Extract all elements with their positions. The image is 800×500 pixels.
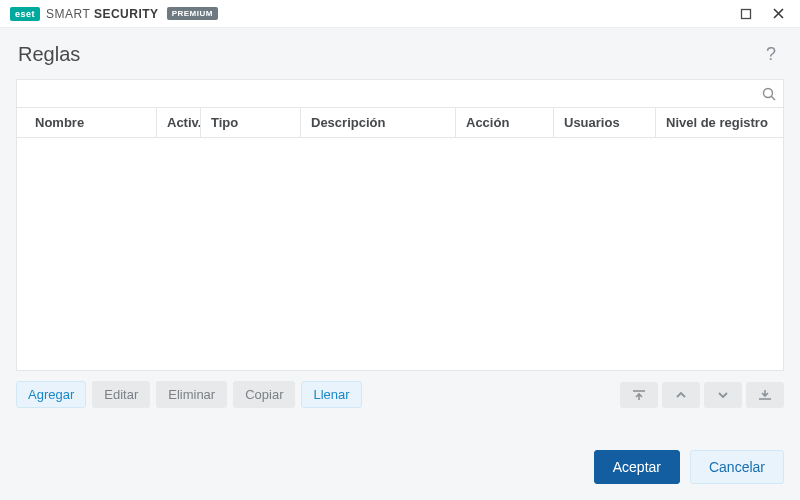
brand-tier-badge: PREMIUM	[167, 7, 218, 20]
dialog-footer: Aceptar Cancelar	[0, 436, 800, 500]
table-header: Nombre Activ... Tipo Descripción Acción …	[17, 108, 783, 138]
move-down-button[interactable]	[704, 382, 742, 408]
search-icon[interactable]	[761, 86, 777, 102]
search-input[interactable]	[25, 85, 761, 102]
brand: eset SMART SECURITY PREMIUM	[10, 7, 218, 21]
copy-button[interactable]: Copiar	[233, 381, 295, 408]
maximize-button[interactable]	[730, 2, 762, 26]
brand-product-suffix: SECURITY	[94, 7, 159, 21]
svg-point-1	[764, 88, 773, 97]
column-header-log-level[interactable]: Nivel de registro	[656, 108, 783, 137]
edit-button[interactable]: Editar	[92, 381, 150, 408]
close-button[interactable]	[762, 2, 794, 26]
move-up-button[interactable]	[662, 382, 700, 408]
toolbar-reorder	[620, 382, 784, 408]
brand-product: SMART SECURITY	[46, 7, 159, 21]
remove-button[interactable]: Eliminar	[156, 381, 227, 408]
column-header-active[interactable]: Activ...	[157, 108, 201, 137]
table-body	[17, 138, 783, 370]
column-header-name[interactable]: Nombre	[17, 108, 157, 137]
brand-logo: eset	[10, 7, 40, 21]
svg-rect-0	[742, 9, 751, 18]
header: Reglas ?	[0, 28, 800, 79]
populate-button[interactable]: Llenar	[301, 381, 361, 408]
cancel-button[interactable]: Cancelar	[690, 450, 784, 484]
column-header-type[interactable]: Tipo	[201, 108, 301, 137]
help-button[interactable]: ?	[760, 42, 782, 67]
rules-panel: Nombre Activ... Tipo Descripción Acción …	[16, 79, 784, 371]
add-button[interactable]: Agregar	[16, 381, 86, 408]
move-top-button[interactable]	[620, 382, 658, 408]
page-title: Reglas	[18, 43, 80, 66]
column-header-description[interactable]: Descripción	[301, 108, 456, 137]
column-header-users[interactable]: Usuarios	[554, 108, 656, 137]
window-controls	[730, 2, 794, 26]
toolbar-actions: Agregar Editar Eliminar Copiar Llenar	[16, 381, 362, 408]
brand-product-prefix: SMART	[46, 7, 90, 21]
searchbar	[17, 80, 783, 108]
toolbar: Agregar Editar Eliminar Copiar Llenar	[16, 381, 784, 408]
move-bottom-button[interactable]	[746, 382, 784, 408]
column-header-action[interactable]: Acción	[456, 108, 554, 137]
ok-button[interactable]: Aceptar	[594, 450, 680, 484]
titlebar: eset SMART SECURITY PREMIUM	[0, 0, 800, 28]
